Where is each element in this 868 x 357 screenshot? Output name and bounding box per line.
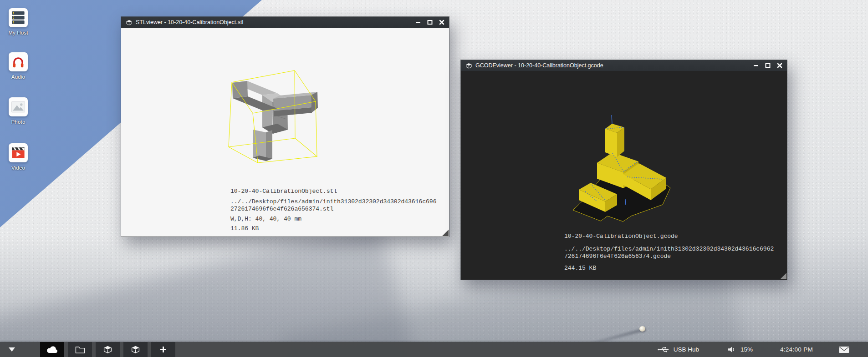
volume-percent: 15%: [740, 346, 753, 353]
desktop-icon-audio[interactable]: Audio: [0, 52, 36, 80]
desktop-icon-label: Audio: [0, 74, 36, 80]
gcode-viewport-area[interactable]: 10-20-40-CalibrationObject.gcode ../../D…: [461, 71, 787, 280]
stl-dimensions: W,D,H: 40, 40, 40 mm: [230, 216, 438, 223]
taskbar-button-gcode-viewer[interactable]: [123, 342, 148, 357]
desktop: My Host Audio Photo: [0, 0, 868, 357]
usb-label: USB Hub: [674, 346, 699, 353]
stl-filesize: 11.86 KB: [230, 225, 438, 232]
gcode-filepath: ../../Desktop/files/admin/inith31302d323…: [564, 246, 775, 260]
stl-file-info: 10-20-40-CalibrationObject.stl ../../Des…: [230, 188, 438, 232]
desktop-icon-label: My Host: [0, 30, 36, 35]
gcode-window-titlebar[interactable]: GCODEviewer - 10-20-40-CalibrationObject…: [461, 60, 787, 71]
resize-grip[interactable]: [442, 230, 449, 236]
cube-icon: [131, 345, 140, 354]
cube-icon: [126, 19, 133, 26]
gcode-window-title: GCODEviewer - 10-20-40-CalibrationObject…: [475, 62, 748, 69]
envelope-icon: [838, 346, 850, 354]
desktop-icon-video[interactable]: Video: [0, 143, 36, 171]
stl-viewport-area[interactable]: 10-20-40-CalibrationObject.stl ../../Des…: [121, 28, 449, 236]
taskbar-menu-chevron[interactable]: [0, 347, 24, 352]
taskbar-button-new[interactable]: [151, 342, 175, 357]
close-button[interactable]: [776, 63, 782, 68]
cube-icon: [103, 345, 112, 354]
desktop-icon-label: Photo: [0, 119, 36, 125]
desktop-icon-label: Video: [0, 165, 36, 171]
maximize-button[interactable]: [765, 63, 771, 68]
volume-status[interactable]: 15%: [727, 346, 753, 353]
minimize-button[interactable]: [753, 63, 759, 68]
desktop-icon-my-host[interactable]: My Host: [0, 8, 36, 35]
stl-window-title: STLviewer - 10-20-40-CalibrationObject.s…: [136, 19, 410, 25]
cube-icon: [465, 62, 472, 69]
gcode-filesize: 244.15 KB: [564, 265, 775, 272]
stl-window-titlebar[interactable]: STLviewer - 10-20-40-CalibrationObject.s…: [121, 17, 449, 28]
minimize-button[interactable]: [415, 20, 421, 25]
taskbar: USB Hub 15% 4:24:00 PM: [0, 342, 868, 357]
plus-icon: [159, 345, 168, 354]
audio-icon: [9, 52, 28, 71]
chevron-down-icon: [9, 347, 15, 352]
gcode-3d-model: [565, 105, 693, 223]
resize-grip[interactable]: [780, 273, 786, 279]
taskbar-buttons: [40, 342, 175, 357]
wall-nail: [639, 326, 645, 332]
folder-icon: [75, 345, 86, 354]
my-host-icon: [9, 8, 28, 27]
taskbar-button-stl-viewer[interactable]: [96, 342, 120, 357]
usb-icon: [657, 346, 670, 353]
stl-filepath: ../../Desktop/files/admin/inith31302d323…: [230, 198, 438, 213]
taskbar-button-cloud[interactable]: [40, 342, 64, 357]
usb-status[interactable]: USB Hub: [657, 346, 699, 353]
clock: 4:24:00 PM: [780, 346, 813, 353]
desktop-icon-photo[interactable]: Photo: [0, 97, 36, 125]
close-button[interactable]: [439, 20, 444, 25]
stl-3d-model: [219, 64, 347, 173]
video-icon: [9, 143, 28, 162]
speaker-icon: [727, 346, 737, 353]
gcode-file-info: 10-20-40-CalibrationObject.gcode ../../D…: [564, 233, 775, 272]
gcode-viewer-window: GCODEviewer - 10-20-40-CalibrationObject…: [460, 60, 787, 280]
stl-viewer-window: STLviewer - 10-20-40-CalibrationObject.s…: [121, 16, 449, 237]
cloud-icon: [46, 345, 59, 355]
gcode-filename: 10-20-40-CalibrationObject.gcode: [564, 233, 775, 240]
maximize-button[interactable]: [427, 20, 433, 25]
stl-model-faces: [232, 81, 318, 161]
taskbar-button-files[interactable]: [68, 342, 92, 357]
mail-indicator[interactable]: [838, 346, 850, 354]
photo-icon: [9, 97, 28, 116]
stl-filename: 10-20-40-CalibrationObject.stl: [230, 188, 438, 195]
